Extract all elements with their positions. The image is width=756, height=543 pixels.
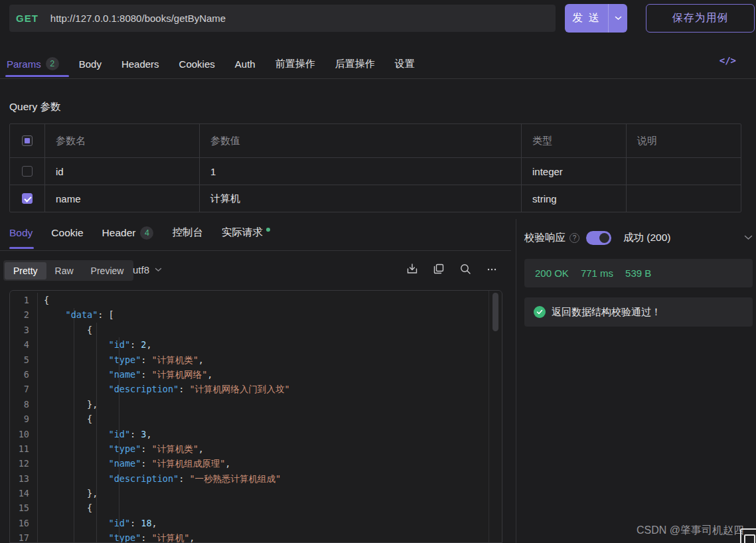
code-line: 12 "name": "计算机组成原理", [10, 456, 489, 471]
line-number: 15 [10, 501, 37, 515]
tab-label: 实际请求 [222, 226, 263, 240]
param-name-cell[interactable]: id [45, 158, 200, 185]
code-text: "id": 3, [37, 427, 152, 441]
param-value-cell[interactable]: 计算机 [200, 185, 522, 212]
column-header-desc: 说明 [627, 124, 741, 157]
tab-body[interactable]: Body [79, 58, 102, 70]
line-number: 10 [10, 427, 37, 441]
code-line: 15 { [10, 501, 489, 515]
chevron-down-icon [155, 268, 162, 272]
code-text: "name": "计算机网络", [37, 367, 213, 382]
param-value-cell[interactable]: 1 [200, 158, 522, 185]
code-line: 16 "id": 18, [10, 516, 489, 530]
chevron-down-icon[interactable] [744, 235, 753, 240]
scrollbar-thumb[interactable] [492, 293, 498, 331]
tab-auth[interactable]: Auth [235, 58, 256, 70]
tab-pre-operations[interactable]: 前置操作 [275, 58, 315, 70]
param-desc-cell[interactable] [627, 185, 741, 212]
code-text: { [37, 412, 92, 426]
encoding-label: utf8 [133, 264, 149, 275]
divider [0, 250, 511, 251]
param-type-cell[interactable]: integer [522, 158, 627, 185]
response-tabs: Body Cookie Header 4 控制台 实际请求 [9, 226, 270, 240]
param-row-name: name 计算机 string [10, 185, 741, 212]
line-number: 13 [10, 471, 37, 486]
code-line: 1{ [10, 293, 489, 307]
tab-params[interactable]: Params 2 [7, 57, 59, 70]
line-number: 9 [10, 412, 37, 426]
copy-icon[interactable] [433, 263, 445, 275]
code-line: 11 "type": "计算机类", [10, 441, 489, 456]
select-all-checkbox[interactable] [22, 135, 33, 146]
line-number: 17 [10, 530, 37, 543]
status-time: 771 ms [581, 268, 613, 279]
resp-tab-actual-request[interactable]: 实际请求 [222, 226, 270, 240]
line-number: 4 [10, 337, 37, 352]
code-text: "type": "计算机类", [37, 352, 204, 367]
search-icon[interactable] [459, 263, 471, 275]
divider [0, 78, 756, 79]
send-button[interactable]: 发 送 [565, 4, 627, 33]
status-code: 200 OK [535, 268, 569, 279]
param-desc-cell[interactable] [627, 158, 741, 185]
query-params-title: Query 参数 [9, 100, 61, 114]
save-as-case-button[interactable]: 保存为用例 [646, 4, 755, 33]
code-text: "description": "一秒熟悉计算机组成" [37, 471, 281, 486]
http-method-select[interactable]: GET [9, 13, 50, 24]
send-button-label: 发 送 [565, 11, 608, 25]
divider [516, 219, 516, 543]
resp-tab-cookie[interactable]: Cookie [51, 227, 83, 239]
expected-case-select[interactable]: 成功 (200) [623, 231, 671, 245]
vertical-scrollbar[interactable] [489, 291, 502, 542]
tab-settings[interactable]: 设置 [395, 58, 415, 70]
tab-headers[interactable]: Headers [121, 58, 159, 70]
code-line: 17 "type": "计算机", [10, 530, 489, 543]
view-mode-group: Pretty Raw Preview [3, 260, 133, 281]
active-tab-underline [5, 75, 69, 77]
line-number: 1 [10, 293, 37, 307]
code-line: 10 "id": 3, [10, 427, 489, 441]
code-text: "type": "计算机", [37, 530, 195, 543]
code-text: { [37, 293, 49, 307]
resp-tab-header[interactable]: Header 4 [102, 226, 154, 240]
resp-tab-body[interactable]: Body [9, 227, 33, 239]
code-text: "description": "计算机网络入门到入坟" [37, 382, 290, 396]
encoding-select[interactable]: utf8 [133, 264, 162, 275]
send-dropdown-button[interactable] [608, 4, 627, 33]
param-type-cell[interactable]: string [522, 185, 627, 212]
more-icon[interactable] [486, 263, 498, 275]
tab-label: Header [102, 227, 136, 239]
code-line: 2 "data": [ [10, 307, 489, 322]
mode-raw[interactable]: Raw [46, 262, 82, 279]
row-checkbox[interactable] [22, 193, 33, 204]
response-body-editor[interactable]: 1{2 "data": [3 {4 "id": 2,5 "type": "计算机… [9, 290, 502, 543]
validate-response-toggle[interactable] [586, 231, 611, 245]
help-icon[interactable]: ? [569, 233, 579, 243]
column-header-name: 参数名 [45, 124, 200, 157]
param-name-cell[interactable]: name [45, 185, 200, 212]
line-number: 2 [10, 307, 37, 322]
code-view-icon[interactable]: </> [719, 55, 736, 66]
code-line: 14 }, [10, 486, 489, 501]
row-checkbox[interactable] [22, 166, 33, 177]
code-text: { [37, 323, 92, 337]
tab-cookies[interactable]: Cookies [179, 58, 215, 70]
watermark-logo-icon [740, 528, 756, 543]
code-text: "name": "计算机组成原理", [37, 456, 231, 471]
code-text: "id": 18, [37, 516, 157, 530]
mode-pretty[interactable]: Pretty [5, 262, 46, 279]
code-line: 7 "description": "计算机网络入门到入坟" [10, 382, 489, 396]
code-text: "type": "计算机类", [37, 441, 204, 456]
download-icon[interactable] [406, 263, 418, 275]
resp-tab-console[interactable]: 控制台 [172, 226, 203, 240]
api-client-window: GET http://127.0.0.1:8080/books/getByNam… [0, 0, 756, 543]
url-input[interactable]: http://127.0.0.1:8080/books/getByName [50, 13, 556, 24]
mode-preview[interactable]: Preview [82, 262, 133, 279]
active-response-tab-underline [9, 247, 34, 249]
tab-post-operations[interactable]: 后置操作 [335, 58, 375, 70]
params-table-header: 参数名 参数值 类型 说明 [10, 124, 741, 157]
param-row-id: id 1 integer [10, 157, 741, 185]
viewer-toolbar-icons [405, 263, 498, 275]
request-url-bar: GET http://127.0.0.1:8080/books/getByNam… [9, 5, 556, 32]
column-header-type: 类型 [522, 124, 627, 157]
